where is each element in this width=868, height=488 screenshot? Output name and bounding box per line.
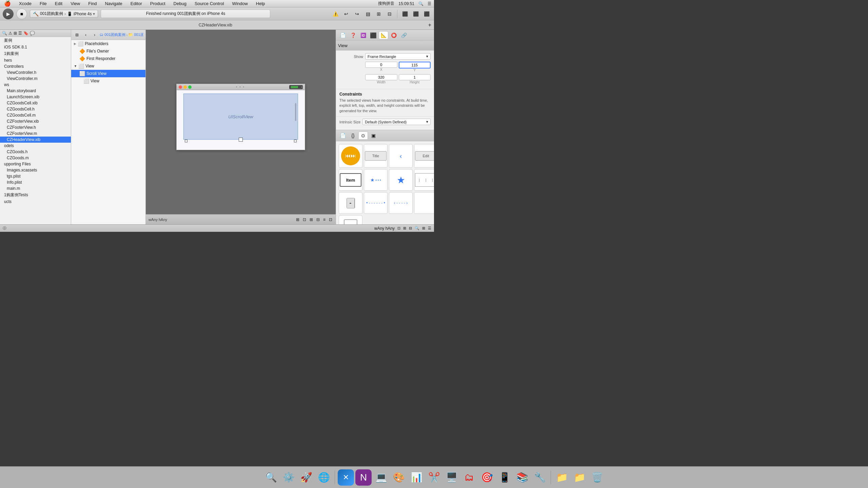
resize-handle-bl[interactable] bbox=[185, 140, 188, 142]
sidebar-item-czgoods-h[interactable]: CZGoods.h bbox=[0, 149, 71, 155]
sidebar-item-czgoodscell-xib[interactable]: CZGoodsCell.xib bbox=[0, 100, 71, 106]
history-icon[interactable]: 💬 bbox=[30, 31, 35, 36]
search-icon[interactable]: 🔍 bbox=[2, 31, 7, 36]
layout-version-icon[interactable]: ⊟ bbox=[385, 9, 394, 19]
width-input[interactable] bbox=[365, 74, 397, 80]
menu-view[interactable]: View bbox=[69, 1, 81, 6]
bookmark-icon[interactable]: 🔖 bbox=[23, 31, 28, 36]
zoom-fit-button[interactable]: ⊡ bbox=[302, 217, 307, 223]
maximize-button[interactable] bbox=[188, 85, 192, 89]
menu-source-control[interactable]: Source Control bbox=[193, 1, 225, 6]
layout-assistant-icon[interactable]: ⊞ bbox=[374, 9, 383, 19]
component-stepper[interactable]: - bbox=[339, 192, 362, 214]
grid-view-icon[interactable]: ⊞ bbox=[422, 226, 425, 230]
component-media-control[interactable]: ⏮⏭ bbox=[339, 144, 362, 168]
menu-editor[interactable]: Editor bbox=[129, 1, 143, 6]
panel-right-icon[interactable]: ⬛ bbox=[422, 9, 431, 19]
sidebar-item-czfooterview-h[interactable]: CZFooterView.h bbox=[0, 124, 71, 130]
outline-file-owner[interactable]: 🔶 File's Owner bbox=[71, 47, 145, 55]
component-item-button[interactable]: Item bbox=[339, 169, 362, 191]
sidebar-item-main-storyboard[interactable]: Main.storyboard bbox=[0, 88, 71, 94]
tab-bindings-inspector[interactable]: 🔗 bbox=[399, 31, 409, 39]
sidebar-item-info-plist[interactable]: Info.plist bbox=[0, 179, 71, 185]
scroll-view-canvas[interactable]: UIScrollView bbox=[183, 94, 298, 140]
sidebar-item-controllers[interactable]: Controllers bbox=[0, 63, 71, 69]
outline-grid-icon[interactable]: ⊞ bbox=[73, 31, 81, 39]
tab-identity-inspector[interactable]: 🆔 bbox=[358, 31, 368, 39]
grid-button[interactable]: ≡ bbox=[322, 217, 326, 223]
tab-file-inspector[interactable]: 📄 bbox=[338, 31, 348, 39]
sidebar-item-hers[interactable]: hers bbox=[0, 57, 71, 63]
sidebar-item-ucts[interactable]: ucts bbox=[0, 199, 71, 205]
component-pagination-h[interactable]: • - - - - - - • bbox=[364, 192, 388, 214]
lib-tab-objects[interactable]: ⊙ bbox=[358, 131, 368, 140]
list-icon[interactable]: ☰ bbox=[428, 1, 431, 6]
sidebar-item-supporting[interactable]: upporting Files bbox=[0, 161, 71, 167]
resize-handle-br[interactable] bbox=[294, 140, 297, 142]
component-edit-button[interactable]: Edit bbox=[414, 144, 434, 168]
list-view-icon[interactable]: ☰ bbox=[428, 226, 431, 230]
panel-left-icon[interactable]: ⬛ bbox=[400, 9, 410, 19]
apple-menu[interactable]: 🍎 bbox=[3, 0, 12, 7]
forward-icon[interactable]: ↪ bbox=[352, 9, 362, 19]
intrinsic-dropdown[interactable]: Default (System Defined) ▾ bbox=[362, 119, 431, 125]
add-tab-button[interactable]: + bbox=[428, 22, 431, 28]
sidebar-item-ws[interactable]: ws bbox=[0, 82, 71, 88]
tab-size-inspector[interactable]: 📐 bbox=[379, 31, 388, 39]
zoom-icon[interactable]: 🔍 bbox=[415, 226, 419, 230]
menu-navigate[interactable]: Navigate bbox=[103, 1, 123, 6]
tab-connections-inspector[interactable]: ⭕ bbox=[389, 31, 398, 39]
component-back-button[interactable]: ‹ bbox=[389, 144, 413, 168]
x-input[interactable] bbox=[365, 62, 397, 68]
outline-placeholders[interactable]: ▶ ⬜ Placeholders bbox=[71, 40, 145, 47]
menu-xcode[interactable]: Xcode bbox=[18, 1, 33, 6]
hierarchy-icon[interactable]: ☰ bbox=[18, 31, 22, 36]
zoom-out-button[interactable]: ⊟ bbox=[316, 217, 320, 223]
lib-tab-code[interactable]: {} bbox=[348, 131, 358, 140]
sidebar-item-czgoodscell-m[interactable]: CZGoodsCell.m bbox=[0, 112, 71, 118]
menu-file[interactable]: File bbox=[38, 1, 48, 6]
outline-first-responder[interactable]: 🔶 First Responder bbox=[71, 55, 145, 62]
menu-product[interactable]: Product bbox=[149, 1, 167, 6]
sidebar-item-launchscreen[interactable]: LaunchScreen.xib bbox=[0, 94, 71, 100]
sidebar-item-czheaderview-xib[interactable]: CZHeaderView.xib bbox=[0, 137, 71, 143]
size-icon-3[interactable]: ⊟ bbox=[409, 226, 412, 230]
tab-help-inspector[interactable]: ❓ bbox=[348, 31, 358, 39]
minimize-button[interactable] bbox=[183, 85, 187, 89]
outline-view-sub[interactable]: ⬜ View bbox=[71, 77, 145, 85]
warning-filter-icon[interactable]: ⚠ bbox=[8, 31, 12, 36]
menu-find[interactable]: Find bbox=[87, 1, 98, 6]
tab-attributes-inspector[interactable]: ⬛ bbox=[369, 31, 378, 39]
close-button[interactable] bbox=[179, 85, 182, 89]
component-title-button[interactable]: Title bbox=[364, 144, 388, 168]
sidebar-item-viewcontroller-h[interactable]: ViewController.h bbox=[0, 69, 71, 76]
zoom-in-button[interactable]: ⊞ bbox=[309, 217, 314, 223]
refresh-icon[interactable]: ↩ bbox=[341, 9, 351, 19]
component-tab-bar[interactable]: | | | bbox=[414, 169, 434, 191]
component-pagination-v[interactable]: ‹ - - - - › bbox=[389, 192, 413, 214]
sidebar-item-czfooterview-m[interactable]: CZFooterView.m bbox=[0, 130, 71, 137]
sidebar-item-tgs-plist[interactable]: tgs.plist bbox=[0, 173, 71, 179]
sidebar-item-viewcontroller-m[interactable]: ViewController.m bbox=[0, 76, 71, 82]
sidebar-item-main-m[interactable]: main.m bbox=[0, 185, 71, 191]
show-dropdown[interactable]: Frame Rectangle ▾ bbox=[365, 53, 431, 60]
scheme-selector[interactable]: 🔨 001团购案例 › 📱 iPhone 4s ▾ bbox=[30, 10, 98, 18]
sidebar-item-czgoodscell-h[interactable]: CZGoodsCell.h bbox=[0, 106, 71, 112]
height-input[interactable] bbox=[399, 74, 431, 80]
stop-button[interactable]: ■ bbox=[16, 8, 27, 19]
panel-bottom-icon[interactable]: ⬛ bbox=[411, 9, 420, 19]
outline-back-icon[interactable]: ‹ bbox=[82, 31, 90, 39]
breadcrumb-project[interactable]: 🗂 001团购案例 bbox=[100, 32, 125, 37]
run-button[interactable]: ▶ bbox=[3, 8, 14, 19]
menu-debug[interactable]: Debug bbox=[172, 1, 188, 6]
layout-standard-icon[interactable]: ▤ bbox=[363, 9, 373, 19]
filter-icon[interactable]: ⊞ bbox=[14, 31, 17, 36]
resize-handle-bottom[interactable] bbox=[239, 138, 243, 142]
size-icon-2[interactable]: ⊞ bbox=[403, 226, 406, 230]
sidebar-item-odels[interactable]: odels bbox=[0, 143, 71, 149]
component-square[interactable] bbox=[339, 215, 362, 224]
lib-tab-file[interactable]: 📄 bbox=[338, 131, 348, 140]
size-icon-1[interactable]: ⊡ bbox=[397, 226, 400, 230]
sidebar-item-sdk[interactable]: iOS SDK 8.1 bbox=[0, 44, 71, 50]
search-menu-icon[interactable]: 🔍 bbox=[418, 1, 423, 6]
